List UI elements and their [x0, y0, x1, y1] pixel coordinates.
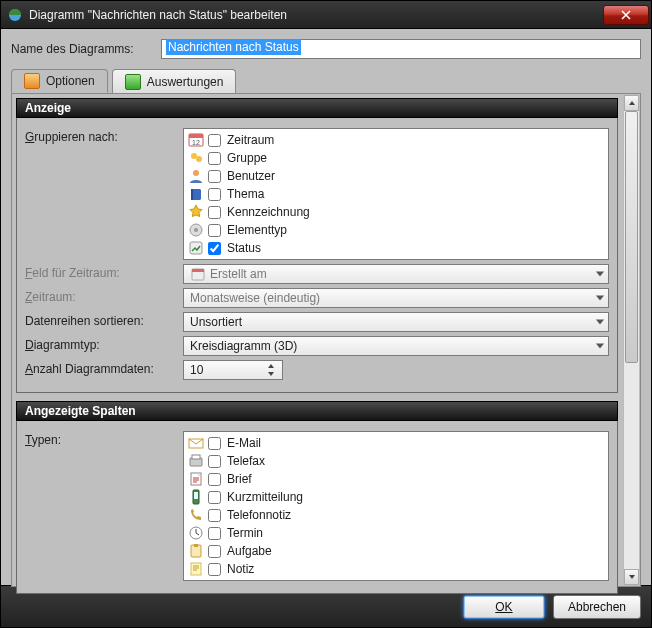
field-period-combo[interactable]: Erstellt am — [183, 264, 609, 284]
group-checkbox[interactable] — [208, 170, 221, 183]
types-list[interactable]: E-MailTelefaxBriefKurzmitteilungTelefonn… — [183, 431, 609, 581]
type-label: Termin — [225, 526, 263, 540]
svg-rect-21 — [194, 544, 198, 547]
vertical-scrollbar[interactable] — [623, 95, 639, 585]
group-checkbox[interactable] — [208, 224, 221, 237]
panel-columns-body: Typen: E-MailTelefaxBriefKurzmitteilungT… — [16, 421, 618, 594]
diagram-name-value: Nachrichten nach Status — [166, 39, 301, 55]
type-item[interactable]: Brief — [188, 470, 604, 488]
type-checkbox[interactable] — [208, 491, 221, 504]
spinner-down[interactable] — [264, 370, 278, 378]
type-label: Notiz — [225, 562, 254, 576]
dialog-window: Diagramm "Nachrichten nach Status" bearb… — [0, 0, 652, 628]
tab-options[interactable]: Optionen — [11, 69, 108, 93]
tab-evaluations[interactable]: Auswertungen — [112, 69, 237, 93]
task-icon — [188, 543, 204, 559]
name-label: Name des Diagramms: — [11, 42, 151, 56]
group-item[interactable]: Gruppe — [188, 149, 604, 167]
type-checkbox[interactable] — [208, 437, 221, 450]
type-item[interactable]: Aufgabe — [188, 542, 604, 560]
field-period-label: Feld für Zeitraum: — [25, 264, 175, 280]
type-checkbox[interactable] — [208, 509, 221, 522]
group-label: Status — [225, 241, 261, 255]
tab-strip: Optionen Auswertungen — [11, 69, 641, 93]
svg-rect-18 — [194, 492, 198, 499]
group-item[interactable]: Status — [188, 239, 604, 257]
phone-icon — [188, 507, 204, 523]
ok-label: OK — [495, 600, 512, 614]
chart-type-combo[interactable]: Kreisdiagramm (3D) — [183, 336, 609, 356]
group-item[interactable]: Elementtyp — [188, 221, 604, 239]
scroll-track[interactable] — [624, 111, 639, 569]
type-checkbox[interactable] — [208, 545, 221, 558]
type-item[interactable]: E-Mail — [188, 434, 604, 452]
type-checkbox[interactable] — [208, 563, 221, 576]
group-item[interactable]: Benutzer — [188, 167, 604, 185]
type-item[interactable]: Notiz — [188, 560, 604, 578]
type-item[interactable]: Telefonnotiz — [188, 506, 604, 524]
data-count-spinner[interactable]: 10 — [183, 360, 283, 380]
calendar-icon: 12 — [188, 132, 204, 148]
data-count-value: 10 — [190, 363, 264, 377]
svg-text:12: 12 — [192, 139, 200, 146]
group-label: Zeitraum — [225, 133, 274, 147]
types-label: Typen: — [25, 431, 175, 447]
group-checkbox[interactable] — [208, 152, 221, 165]
type-item[interactable]: Kurzmitteilung — [188, 488, 604, 506]
svg-rect-7 — [191, 189, 193, 200]
panel-columns: Angezeigte Spalten Typen: E-MailTelefaxB… — [16, 401, 618, 594]
sort-value: Unsortiert — [190, 315, 242, 329]
svg-point-9 — [194, 228, 198, 232]
data-count-label: Anzahl Diagrammdaten: — [25, 360, 175, 376]
period-value: Monatsweise (eindeutig) — [190, 291, 320, 305]
field-period-value: Erstellt am — [210, 267, 267, 281]
svg-point-4 — [191, 153, 197, 159]
group-item[interactable]: Thema — [188, 185, 604, 203]
cancel-label: Abbrechen — [568, 600, 626, 614]
name-row: Name des Diagramms: Nachrichten nach Sta… — [11, 39, 641, 59]
sort-combo[interactable]: Unsortiert — [183, 312, 609, 332]
period-label: Zeitraum: — [25, 288, 175, 304]
type-checkbox[interactable] — [208, 473, 221, 486]
group-by-label: Gruppieren nach: — [25, 128, 175, 144]
group-by-list[interactable]: 12ZeitraumGruppeBenutzerThemaKennzeichnu… — [183, 128, 609, 260]
titlebar: Diagramm "Nachrichten nach Status" bearb… — [1, 1, 651, 29]
group-item[interactable]: 12Zeitraum — [188, 131, 604, 149]
email-icon — [188, 435, 204, 451]
group-checkbox[interactable] — [208, 242, 221, 255]
panel-columns-header: Angezeigte Spalten — [16, 401, 618, 421]
scroll-up-button[interactable] — [624, 95, 639, 111]
dialog-content: Name des Diagramms: Nachrichten nach Sta… — [1, 29, 651, 585]
group-label: Thema — [225, 187, 264, 201]
group-item[interactable]: Kennzeichnung — [188, 203, 604, 221]
chevron-down-icon — [629, 575, 635, 579]
ok-button[interactable]: OK — [463, 595, 545, 619]
row-group-by: Gruppieren nach: 12ZeitraumGruppeBenutze… — [25, 128, 609, 260]
type-item[interactable]: Telefax — [188, 452, 604, 470]
spinner-up[interactable] — [264, 362, 278, 370]
scroll-down-button[interactable] — [624, 569, 639, 585]
scroll-thumb[interactable] — [625, 111, 638, 363]
date-icon — [190, 266, 206, 282]
panel-display: Anzeige Gruppieren nach: 12ZeitraumGrupp… — [16, 98, 618, 393]
type-item[interactable]: Termin — [188, 524, 604, 542]
diagram-name-input[interactable]: Nachrichten nach Status — [161, 39, 641, 59]
group-checkbox[interactable] — [208, 206, 221, 219]
cancel-button[interactable]: Abbrechen — [553, 595, 641, 619]
sms-icon — [188, 489, 204, 505]
group-label: Elementtyp — [225, 223, 287, 237]
row-sort: Datenreihen sortieren: Unsortiert — [25, 312, 609, 332]
type-checkbox[interactable] — [208, 527, 221, 540]
svg-rect-15 — [192, 455, 200, 459]
period-combo[interactable]: Monatsweise (eindeutig) — [183, 288, 609, 308]
chart-type-label: Diagrammtyp: — [25, 336, 175, 352]
app-icon — [7, 7, 23, 23]
close-button[interactable] — [603, 5, 649, 25]
evaluations-icon — [125, 74, 141, 90]
group-checkbox[interactable] — [208, 188, 221, 201]
type-checkbox[interactable] — [208, 455, 221, 468]
group-label: Kennzeichnung — [225, 205, 310, 219]
chevron-down-icon — [596, 272, 604, 277]
group-checkbox[interactable] — [208, 134, 221, 147]
type-label: Telefax — [225, 454, 265, 468]
